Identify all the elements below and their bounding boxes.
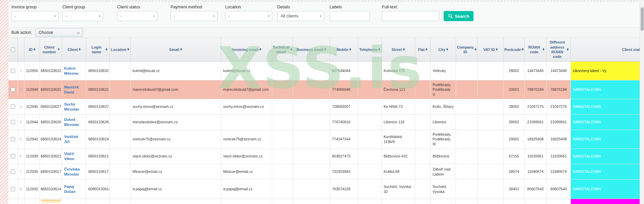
- filter-select-value: -: [229, 14, 230, 18]
- column-header-email[interactable]: Email▲▼: [131, 38, 221, 61]
- search-button[interactable]: Search: [444, 11, 474, 21]
- column-header-invoicing-email[interactable]: Invoicing email▲▼: [221, 38, 272, 61]
- left-stripe-pattern: [0, 0, 8, 204]
- sort-icon: ▲▼: [446, 48, 448, 51]
- column-header-different-address-r-ian-code[interactable]: Different address RÚIAN code▲▼: [547, 38, 571, 61]
- client-name-link[interactable]: Suchý Miroslav: [64, 102, 84, 112]
- cell-ruian: 80607543: [525, 180, 547, 199]
- column-header-business-email[interactable]: Business email▲▼: [293, 38, 330, 61]
- row-checkbox[interactable]: [11, 187, 15, 191]
- cell-city: Blížkovice: [431, 149, 456, 164]
- header-label: VAT ID: [483, 47, 495, 52]
- cell-cb: [8, 199, 18, 204]
- cell-flat: [415, 99, 431, 115]
- cell-invoicing_email: suchy.miros@seznam.cz: [221, 99, 272, 115]
- column-header-flat[interactable]: Flat▲▼: [415, 38, 431, 61]
- cell-technical_email: [272, 180, 293, 199]
- cell-street: Čechova 121: [382, 80, 415, 99]
- column-header-id[interactable]: ID▲▼: [24, 38, 40, 61]
- header-label-wrap: Technical email▲▼: [273, 45, 292, 55]
- cell-location: [110, 80, 131, 99]
- header-label-wrap: Client number▼: [42, 45, 60, 55]
- bulk-action-bar: Bulk action: Choose: [8, 27, 640, 38]
- filter-input-labels[interactable]: [330, 11, 370, 21]
- cell-ruian: 21097275: [525, 99, 547, 115]
- table-row: 2.1129496850133631Mareček David685013363…: [8, 80, 644, 99]
- column-header-r-ian-code[interactable]: RÚIAN code▲▼: [525, 38, 547, 61]
- cell-cb: [8, 130, 18, 149]
- vertical-scrollbar[interactable]: [640, 0, 644, 204]
- column-header-client[interactable]: Client▲▼: [62, 38, 86, 61]
- bulk-action-label: Bulk action:: [11, 30, 32, 35]
- row-checkbox[interactable]: [11, 105, 15, 109]
- sort-icon: ▲▼: [79, 48, 81, 51]
- row-checkbox[interactable]: [11, 120, 15, 124]
- client-name-link[interactable]: Vláčil Viktor: [64, 151, 84, 161]
- cell-login: 6850133617: [86, 164, 110, 180]
- cell-cb: [8, 149, 18, 164]
- cell-ruian: 14473445: [525, 62, 547, 80]
- cell-telephone: [358, 199, 382, 204]
- filter-select-invoice-group[interactable]: -▾: [11, 11, 58, 21]
- top-stripe-pattern: [0, 0, 644, 2]
- search-icon: [448, 14, 453, 18]
- cell-invoicing_email: [221, 115, 272, 130]
- column-header-vat-id[interactable]: VAT ID▲▼: [478, 38, 504, 61]
- filter-select-payment-method[interactable]: -▾: [170, 11, 217, 21]
- row-checkbox[interactable]: [11, 69, 15, 73]
- cell-invoicing_email: kulmil@tiscali.cz: [221, 62, 272, 80]
- header-label-wrap: Invoicing email▲▼: [232, 47, 261, 52]
- cell-telephone: [358, 149, 382, 164]
- column-header-postcode[interactable]: Postcode▲▼: [504, 38, 525, 61]
- sort-icon: ▲▼: [259, 48, 261, 51]
- column-header-location[interactable]: Location▲▼: [110, 38, 131, 61]
- bulk-action-select[interactable]: Choose: [35, 28, 83, 37]
- filter-select-client-group[interactable]: -▾: [62, 11, 103, 21]
- client-name-link[interactable]: Kulich Miloslav: [64, 66, 84, 76]
- column-header-login-name[interactable]: Login name▲▼: [86, 38, 110, 61]
- header-label-wrap: Login name▲▼: [88, 45, 107, 55]
- filter-input-full-text[interactable]: [382, 11, 440, 21]
- header-label-wrap: Email▲▼: [169, 47, 182, 52]
- client-name-link[interactable]: Červinka Miroslav: [64, 167, 84, 177]
- column-header-client-status[interactable]: Client status▲▼: [571, 38, 644, 61]
- table-row-partial: [8, 199, 644, 204]
- cell-city: Poděbrady, Poděbrady V: [431, 80, 456, 99]
- sort-icon: ▲▼: [127, 48, 129, 51]
- column-header-telephone[interactable]: Telephone▲▼: [358, 38, 382, 61]
- cell-location: [110, 130, 131, 149]
- client-name-link[interactable]: Vorlíček Jiří: [64, 134, 84, 144]
- select-all-header[interactable]: [8, 38, 18, 61]
- header-label: City: [438, 47, 445, 52]
- column-header-mobile[interactable]: Mobile▲▼: [330, 38, 358, 61]
- row-checkbox[interactable]: [11, 137, 15, 141]
- cell-business_email: [293, 164, 330, 180]
- cell-login: 6850133631: [86, 80, 110, 99]
- cell-location: [110, 180, 131, 199]
- cell-email: suchy.miros@seznam.cz: [131, 99, 221, 115]
- client-name-link[interactable]: Papaj Dušan: [64, 184, 84, 194]
- client-name-link[interactable]: Mareček David: [64, 85, 84, 94]
- cell-login: 6850133621: [86, 149, 110, 164]
- cell-postcode: 29001: [504, 80, 525, 99]
- filter-select-location[interactable]: -▾: [225, 11, 272, 21]
- row-checkbox[interactable]: [11, 154, 15, 158]
- client-name-link[interactable]: Dobeš Miroslav: [64, 117, 84, 127]
- filter-select-details[interactable]: All clients▾: [277, 11, 324, 21]
- column-header-city[interactable]: City▲▼: [431, 38, 456, 61]
- cell-vat_id: [478, 130, 504, 149]
- filter-select-client-status[interactable]: -▾: [117, 11, 157, 21]
- scrollbar-thumb[interactable]: [641, 7, 644, 31]
- table-row: 6.1129396850133621Vláčil Viktor685013362…: [8, 149, 644, 164]
- cell-email: marecekdavid7@gmail.com: [131, 80, 221, 99]
- column-header-technical-email[interactable]: Technical email▲▼: [272, 38, 293, 61]
- row-checkbox[interactable]: [11, 87, 15, 92]
- column-header-company-id[interactable]: Company ID▲▼: [456, 38, 478, 61]
- select-all-checkbox[interactable]: [11, 48, 15, 52]
- column-header-client-number[interactable]: Client number▼: [40, 38, 62, 61]
- cell-company_id: [456, 199, 478, 204]
- column-header-street[interactable]: Street▲▼: [382, 38, 415, 61]
- sort-icon: ▲▼: [426, 48, 427, 51]
- row-checkbox[interactable]: [11, 169, 15, 174]
- cell-client: Mareček David: [62, 80, 86, 99]
